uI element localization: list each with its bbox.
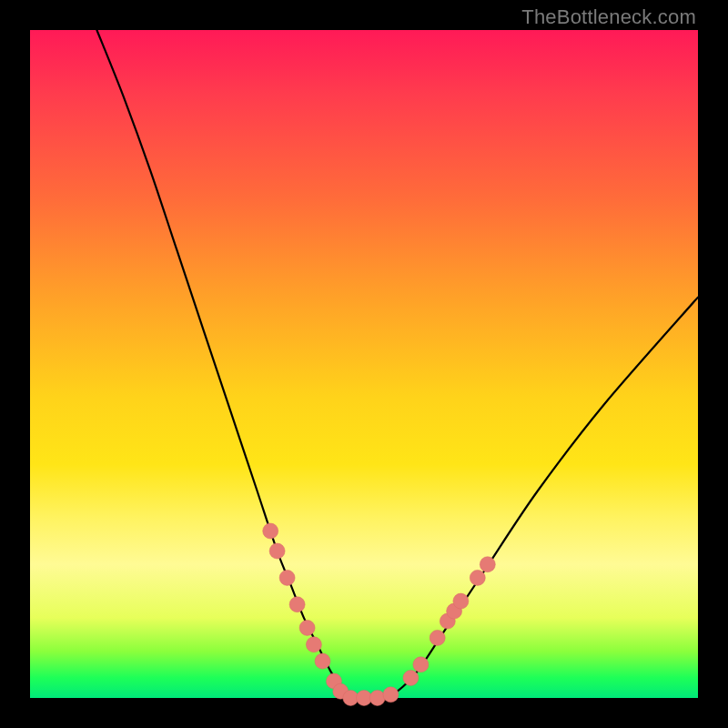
curve-marker [315,653,330,669]
curve-marker [453,593,469,609]
curve-marker [403,671,419,686]
curve-marker [269,543,285,559]
outer-frame: TheBottleneck.com [0,0,728,728]
watermark-text: TheBottleneck.com [521,5,696,29]
curve-marker [480,557,495,572]
curve-marker [470,570,485,585]
curve-marker [289,597,305,612]
curve-marker [369,691,385,706]
chart-svg [30,30,698,698]
curve-marker [383,687,399,703]
bottleneck-curve [96,30,698,699]
marker-group [263,523,496,706]
curve-marker [299,620,315,635]
curve-marker [263,523,278,539]
curve-marker [279,570,295,585]
curve-marker [413,657,429,672]
curve-marker [306,637,321,652]
curve-marker [430,630,445,645]
